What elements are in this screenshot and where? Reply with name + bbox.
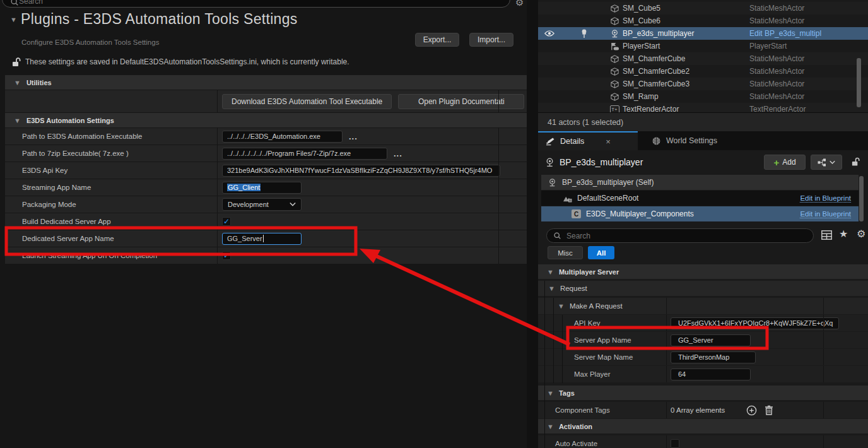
chevron-down-icon (290, 202, 296, 207)
dedicated-server-app-input[interactable]: GG_Server (222, 233, 302, 245)
prop-label: Component Tags (538, 402, 667, 418)
tree-row-self[interactable]: BP_e3ds_multiplayer (Self) (541, 175, 859, 190)
eye-icon[interactable] (544, 30, 554, 37)
details-search-input[interactable] (566, 232, 782, 240)
tab-world-settings[interactable]: World Settings (644, 131, 725, 150)
outliner: SM_Cube5 StaticMeshActor SM_Cube6 Static… (538, 0, 868, 112)
section-utilities[interactable]: ▼ Utilities (5, 75, 527, 90)
field-label: Path to 7zip Executable( 7z.exe ) (5, 145, 218, 162)
tree-scrollbar[interactable] (859, 176, 864, 221)
details-icon (546, 138, 555, 146)
details-search[interactable] (546, 228, 814, 243)
row-streaming-app-name: Streaming App Name GG_Client (5, 179, 527, 196)
unlock-icon[interactable] (851, 156, 860, 167)
field-label: Packaging Mode (5, 196, 218, 213)
browse-button[interactable]: ... (394, 149, 402, 158)
outliner-scrollbar[interactable] (857, 58, 861, 107)
tree-label: E3DS_Multiplayer_Components (586, 209, 694, 218)
details-actor-header: BP_e3ds_multiplayer + Add (538, 150, 868, 174)
auto-activate-checkbox[interactable] (671, 439, 679, 448)
actor-type: StaticMeshActor (749, 16, 868, 25)
checkmark-icon: ✓ (223, 217, 230, 226)
trash-icon[interactable] (765, 405, 773, 415)
section-activation[interactable]: ▼ Activation (538, 419, 868, 433)
edit-blueprint-link[interactable]: Edit BP_e3ds_multipl (749, 29, 821, 38)
grid-view-icon[interactable] (821, 230, 832, 240)
dropdown-value: Development (228, 201, 269, 208)
tree-row-component-selected[interactable]: C E3DS_Multiplayer_Components Edit in Bl… (541, 206, 859, 221)
api-key-input[interactable]: U2FsdGVkX1+6IFxYPQIgCr8+KqWJF5kZ7E+qXq (671, 317, 839, 329)
actor-name: TextRenderActor (621, 105, 749, 112)
component-tree: BP_e3ds_multiplayer (Self) DefaultSceneR… (541, 175, 859, 222)
close-icon[interactable]: × (606, 137, 611, 146)
outliner-row[interactable]: SM_Ramp StaticMeshActor (538, 90, 868, 103)
launch-url-checkbox[interactable]: ✓ (222, 251, 231, 260)
add-element-icon[interactable] (746, 405, 757, 416)
pawn-camera-icon (544, 157, 555, 168)
search-icon (10, 0, 19, 6)
tab-details[interactable]: Details × (538, 131, 638, 150)
section-tags[interactable]: ▼ Tags (538, 386, 868, 400)
blueprint-hierarchy-button[interactable] (811, 155, 842, 170)
settings-search[interactable] (2, 0, 510, 8)
import-button[interactable]: Import... (469, 33, 513, 47)
server-app-name-input[interactable]: GG_Server (671, 334, 751, 346)
server-map-name-input[interactable]: ThirdPersonMap (671, 351, 756, 363)
outliner-row[interactable]: SM_Cube6 StaticMeshActor (538, 15, 868, 27)
outliner-row-selected[interactable]: BP_e3ds_multiplayer Edit BP_e3ds_multipl (538, 27, 868, 40)
plus-icon: + (773, 157, 779, 168)
prop-label: Auto Activate (538, 435, 667, 448)
settings-search-input[interactable] (19, 0, 463, 6)
static-mesh-icon (610, 92, 619, 102)
add-component-button[interactable]: + Add (764, 155, 806, 170)
export-button[interactable]: Export... (415, 33, 459, 47)
outliner-row[interactable]: SM_Cube5 StaticMeshActor (538, 2, 868, 15)
pawn-camera-icon (548, 178, 557, 187)
row-auto-activate: Auto Activate (538, 435, 868, 448)
title-collapse-icon[interactable]: ▼ (10, 16, 17, 23)
automation-exe-input[interactable]: ../../../../E3DS_Automation.exe (222, 131, 343, 143)
open-docs-button[interactable]: Open Plugin Documentati (398, 94, 524, 109)
actor-name: SM_ChamferCube (621, 54, 749, 63)
outliner-row[interactable]: PlayerStart PlayerStart (538, 40, 868, 52)
actor-name: SM_Ramp (621, 92, 749, 101)
outliner-row[interactable]: SM_ChamferCube StaticMeshActor (538, 52, 868, 65)
row-automation-exe: Path to E3DS Automation Executable ../..… (5, 128, 527, 144)
section-e3ds-automation-settings[interactable]: ▼ E3DS Automation Settings (5, 113, 527, 127)
filter-chip-misc[interactable]: Misc (548, 246, 583, 259)
browse-button[interactable]: ... (349, 132, 358, 141)
pin-icon[interactable] (581, 29, 587, 38)
outliner-row[interactable]: SM_ChamferCube2 StaticMeshActor (538, 65, 868, 78)
edit-in-blueprint-link[interactable]: Edit in Blueprint (800, 194, 851, 203)
outliner-row[interactable]: SM_ChamferCube3 StaticMeshActor (538, 78, 868, 90)
actor-name: SM_Cube6 (621, 16, 749, 25)
zip-exe-input[interactable]: ../../../../../../../Program Files/7-Zip… (222, 148, 387, 160)
row-max-player: Max Player 64 (538, 366, 868, 382)
settings-gear-icon[interactable]: ⚙ (515, 0, 524, 8)
section-label: Activation (559, 423, 592, 430)
filter-chip-all[interactable]: All (588, 246, 614, 259)
tree-label: DefaultSceneRoot (577, 194, 638, 203)
api-key-input[interactable]: 321be9AdK3iGvJhXHBN7fYwucF1dzVaSBfIkziFz… (222, 165, 500, 177)
max-player-input[interactable]: 64 (671, 368, 751, 380)
component-icon: C (572, 209, 581, 218)
edit-in-blueprint-link[interactable]: Edit in Blueprint (800, 210, 851, 218)
add-label: Add (782, 158, 795, 167)
outliner-row[interactable]: T+ TextRenderActor TextRenderActor (538, 103, 868, 112)
favorites-star-icon[interactable]: ★ (839, 228, 848, 240)
settings-gear-icon[interactable]: ⚙ (857, 228, 865, 240)
section-multiplayer-server[interactable]: ▼ Multiplayer Server (538, 264, 868, 279)
tree-row-scene-root[interactable]: DefaultSceneRoot Edit in Blueprint (541, 191, 859, 206)
download-executable-button[interactable]: Download E3DS Automation Tool Executable (222, 94, 392, 109)
packaging-mode-dropdown[interactable]: Development (222, 198, 302, 211)
array-count: 0 Array elements (671, 406, 725, 414)
field-label: E3DS Api Key (5, 162, 218, 179)
section-make-a-request[interactable]: ▼ Make A Request (538, 298, 868, 314)
tab-label: World Settings (666, 136, 717, 145)
static-mesh-icon (610, 4, 619, 13)
build-server-checkbox[interactable]: ✓ (222, 217, 231, 226)
actor-type: StaticMeshActor (749, 4, 868, 13)
section-request[interactable]: ▼ Request (538, 281, 868, 296)
outliner-footer: 41 actors (1 selected) (538, 112, 868, 131)
streaming-app-input[interactable]: GG_Client (222, 182, 302, 194)
